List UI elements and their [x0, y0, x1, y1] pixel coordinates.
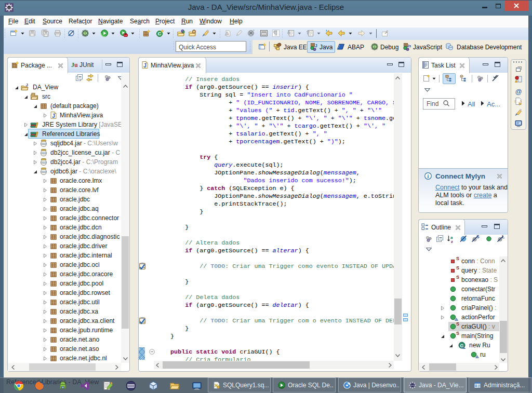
svg-text:J: J [143, 63, 147, 69]
svg-text:{..}: {..} [514, 100, 522, 103]
svg-text:010: 010 [41, 171, 46, 174]
svg-text:010: 010 [41, 152, 46, 155]
svg-text:!: ! [516, 80, 516, 83]
svg-text:J: J [52, 113, 55, 119]
svg-text:010: 010 [41, 161, 46, 165]
svg-text:J: J [315, 43, 317, 48]
svg-text:Js: Js [407, 44, 411, 48]
svg-text:010: 010 [41, 143, 46, 146]
svg-text:J: J [26, 83, 28, 87]
svg-text:i: i [428, 173, 429, 179]
svg-text:z: z [451, 239, 453, 243]
svg-text:C: C [158, 31, 162, 36]
svg-text:@: @ [515, 88, 522, 96]
